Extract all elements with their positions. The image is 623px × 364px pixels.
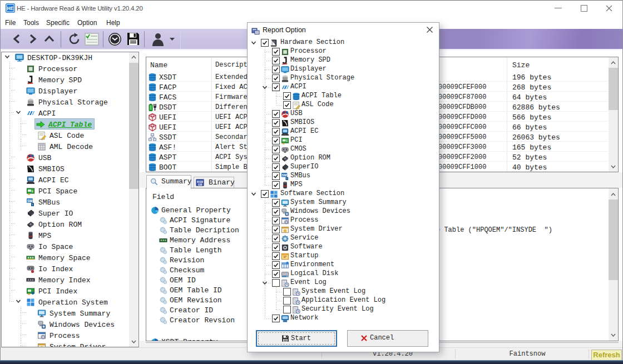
svg-text:HE: HE [7, 6, 14, 11]
